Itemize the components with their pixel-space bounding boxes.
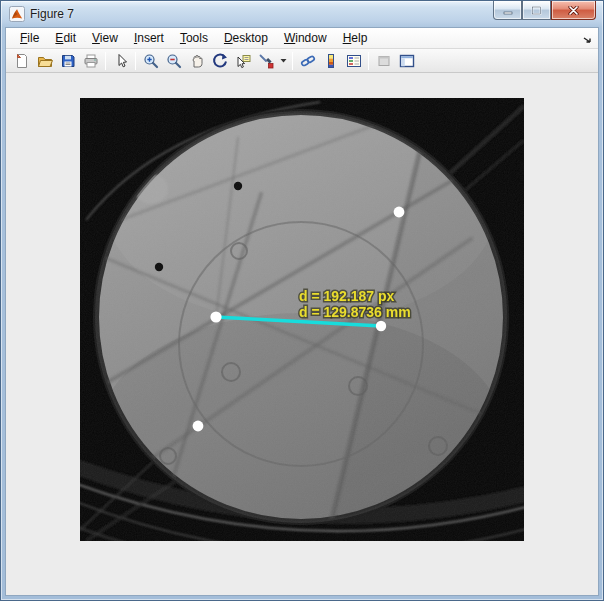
hide-plot-tools-icon [376, 53, 392, 69]
menu-desktop[interactable]: Desktop [216, 29, 276, 47]
new-figure-button[interactable] [10, 50, 33, 72]
menu-window[interactable]: Window [276, 29, 335, 47]
brush-data-button[interactable] [254, 50, 277, 72]
insert-legend-button[interactable] [342, 50, 365, 72]
brush-icon [258, 53, 274, 69]
minimize-icon [503, 6, 513, 15]
colorbar-icon [323, 53, 339, 69]
menu-file[interactable]: File [12, 29, 47, 47]
pan-button[interactable] [185, 50, 208, 72]
new-figure-icon [14, 53, 30, 69]
figure-canvas[interactable]: d = 192.187 px d = 129.8736 mm [6, 73, 598, 595]
link-plot-button[interactable] [296, 50, 319, 72]
hide-plot-tools-button[interactable] [372, 50, 395, 72]
zoom-out-icon [166, 53, 182, 69]
close-button[interactable] [551, 1, 596, 20]
show-plot-tools-icon [399, 53, 415, 69]
zoom-out-button[interactable] [162, 50, 185, 72]
toolbar-separator [135, 52, 136, 70]
menu-bar: File Edit View Insert Tools Desktop Wind… [6, 28, 598, 49]
rotate-3d-button[interactable] [208, 50, 231, 72]
link-chain-icon [300, 53, 316, 69]
show-plot-tools-button[interactable] [395, 50, 418, 72]
pan-hand-icon [189, 53, 205, 69]
menu-view[interactable]: View [84, 29, 126, 47]
distance-label-mm: d = 129.8736 mm [299, 304, 411, 320]
toolbar-separator [105, 52, 106, 70]
close-icon [568, 6, 579, 15]
print-figure-button[interactable] [79, 50, 102, 72]
maximize-button[interactable] [522, 1, 551, 20]
insert-colorbar-button[interactable] [319, 50, 342, 72]
figure-window: Figure 7 File Edit View Insert [0, 0, 604, 601]
toolbar-separator [368, 52, 369, 70]
figure-toolbar [6, 49, 598, 73]
save-figure-button[interactable] [56, 50, 79, 72]
menu-help[interactable]: Help [335, 29, 376, 47]
legend-icon [346, 53, 362, 69]
measurement-endpoint-right[interactable] [376, 321, 386, 331]
zoom-in-icon [143, 53, 159, 69]
edit-plot-arrow-icon [113, 53, 129, 69]
menu-tools[interactable]: Tools [172, 29, 216, 47]
edit-plot-button[interactable] [109, 50, 132, 72]
window-controls [493, 1, 596, 20]
print-icon [83, 53, 99, 69]
toolbar-separator [292, 52, 293, 70]
chevron-down-icon [280, 58, 287, 63]
menu-insert[interactable]: Insert [126, 29, 172, 47]
menu-edit[interactable]: Edit [47, 29, 84, 47]
minimize-button[interactable] [493, 1, 522, 20]
matlab-logo-icon [9, 6, 25, 22]
ct-image[interactable]: d = 192.187 px d = 129.8736 mm [80, 98, 524, 541]
open-file-icon [37, 53, 53, 69]
save-icon [60, 53, 76, 69]
open-file-button[interactable] [33, 50, 56, 72]
distance-label-px: d = 192.187 px [299, 288, 395, 304]
data-cursor-icon [235, 53, 251, 69]
zoom-in-button[interactable] [139, 50, 162, 72]
maximize-icon [531, 6, 542, 15]
data-cursor-button[interactable] [231, 50, 254, 72]
rotate-3d-icon [212, 53, 228, 69]
brush-dropdown-button[interactable] [277, 50, 289, 72]
figure-client-area: File Edit View Insert Tools Desktop Wind… [5, 27, 599, 596]
window-title: Figure 7 [30, 7, 74, 21]
menubar-overflow-arrow-icon[interactable] [583, 31, 593, 49]
measurement-endpoint-left[interactable] [210, 311, 221, 322]
